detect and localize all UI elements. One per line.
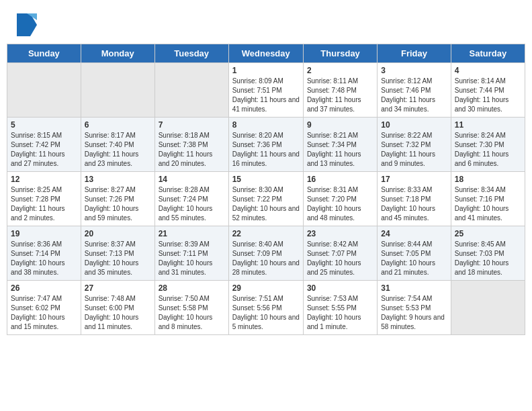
day-number: 23 [307,229,373,238]
day-number: 12 [11,175,77,184]
day-detail: Sunrise: 8:15 AM Sunset: 7:42 PM Dayligh… [11,131,77,169]
calendar-cell [81,63,154,118]
day-number: 17 [381,175,447,184]
calendar-cell: 13Sunrise: 8:27 AM Sunset: 7:26 PM Dayli… [81,172,154,226]
day-header-saturday: Saturday [451,44,525,63]
day-number: 26 [11,283,77,293]
day-header-friday: Friday [378,44,451,63]
calendar-cell: 17Sunrise: 8:33 AM Sunset: 7:18 PM Dayli… [378,172,451,226]
day-detail: Sunrise: 8:36 AM Sunset: 7:14 PM Dayligh… [11,240,77,277]
day-detail: Sunrise: 8:12 AM Sunset: 7:46 PM Dayligh… [381,77,447,114]
day-detail: Sunrise: 8:20 AM Sunset: 7:36 PM Dayligh… [232,131,300,169]
calendar-cell: 2Sunrise: 8:11 AM Sunset: 7:48 PM Daylig… [303,63,377,118]
day-detail: Sunrise: 8:27 AM Sunset: 7:26 PM Dayligh… [85,185,151,223]
calendar-cell: 26Sunrise: 7:47 AM Sunset: 6:02 PM Dayli… [7,281,81,335]
day-detail: Sunrise: 8:18 AM Sunset: 7:38 PM Dayligh… [159,131,225,169]
day-detail: Sunrise: 8:25 AM Sunset: 7:28 PM Dayligh… [11,185,77,223]
day-number: 1 [232,66,300,75]
day-number: 15 [232,175,300,184]
day-detail: Sunrise: 7:50 AM Sunset: 5:58 PM Dayligh… [159,294,225,332]
day-header-thursday: Thursday [303,44,377,63]
day-detail: Sunrise: 8:39 AM Sunset: 7:11 PM Dayligh… [159,240,225,277]
calendar-week-3: 12Sunrise: 8:25 AM Sunset: 7:28 PM Dayli… [7,172,525,226]
calendar-cell: 29Sunrise: 7:51 AM Sunset: 5:56 PM Dayli… [228,281,303,335]
day-number: 10 [381,120,447,130]
calendar-cell: 30Sunrise: 7:53 AM Sunset: 5:55 PM Dayli… [303,281,377,335]
day-detail: Sunrise: 8:42 AM Sunset: 7:07 PM Dayligh… [307,240,373,277]
day-number: 13 [85,175,151,184]
calendar-cell: 20Sunrise: 8:37 AM Sunset: 7:13 PM Dayli… [81,226,154,281]
day-header-monday: Monday [81,44,154,63]
calendar-cell: 6Sunrise: 8:17 AM Sunset: 7:40 PM Daylig… [81,118,154,172]
day-number: 8 [232,120,300,130]
logo-icon [17,13,37,37]
day-header-sunday: Sunday [7,44,81,63]
page-header [7,7,525,40]
day-number: 7 [159,120,225,130]
day-detail: Sunrise: 8:21 AM Sunset: 7:34 PM Dayligh… [307,131,373,169]
calendar-cell: 8Sunrise: 8:20 AM Sunset: 7:36 PM Daylig… [228,118,303,172]
calendar-cell: 14Sunrise: 8:28 AM Sunset: 7:24 PM Dayli… [154,172,228,226]
day-number: 21 [159,229,225,238]
calendar-table: SundayMondayTuesdayWednesdayThursdayFrid… [7,44,525,335]
day-number: 19 [11,229,77,238]
day-detail: Sunrise: 8:33 AM Sunset: 7:18 PM Dayligh… [381,185,447,223]
calendar-header-row: SundayMondayTuesdayWednesdayThursdayFrid… [7,44,525,63]
day-number: 27 [85,283,151,293]
calendar-cell [154,63,228,118]
day-number: 28 [159,283,225,293]
calendar-cell: 23Sunrise: 8:42 AM Sunset: 7:07 PM Dayli… [303,226,377,281]
day-detail: Sunrise: 8:34 AM Sunset: 7:16 PM Dayligh… [455,185,521,223]
day-detail: Sunrise: 8:45 AM Sunset: 7:03 PM Dayligh… [455,240,521,277]
day-number: 9 [307,120,373,130]
calendar-cell: 7Sunrise: 8:18 AM Sunset: 7:38 PM Daylig… [154,118,228,172]
calendar-cell: 16Sunrise: 8:31 AM Sunset: 7:20 PM Dayli… [303,172,377,226]
calendar-cell: 11Sunrise: 8:24 AM Sunset: 7:30 PM Dayli… [451,118,525,172]
day-detail: Sunrise: 8:31 AM Sunset: 7:20 PM Dayligh… [307,185,373,223]
day-number: 31 [381,283,447,293]
calendar-cell: 15Sunrise: 8:30 AM Sunset: 7:22 PM Dayli… [228,172,303,226]
day-number: 3 [381,66,447,75]
day-number: 2 [307,66,373,75]
day-detail: Sunrise: 8:24 AM Sunset: 7:30 PM Dayligh… [455,131,521,169]
day-detail: Sunrise: 8:40 AM Sunset: 7:09 PM Dayligh… [232,240,300,277]
calendar-cell [451,281,525,335]
day-number: 11 [455,120,521,130]
day-detail: Sunrise: 8:22 AM Sunset: 7:32 PM Dayligh… [381,131,447,169]
day-number: 5 [11,120,77,130]
day-number: 29 [232,283,300,293]
day-detail: Sunrise: 8:28 AM Sunset: 7:24 PM Dayligh… [159,185,225,223]
calendar-cell: 28Sunrise: 7:50 AM Sunset: 5:58 PM Dayli… [154,281,228,335]
day-detail: Sunrise: 7:54 AM Sunset: 5:53 PM Dayligh… [381,294,447,332]
calendar-cell: 18Sunrise: 8:34 AM Sunset: 7:16 PM Dayli… [451,172,525,226]
day-number: 18 [455,175,521,184]
calendar-cell [7,63,81,118]
calendar-cell: 12Sunrise: 8:25 AM Sunset: 7:28 PM Dayli… [7,172,81,226]
logo [17,13,39,37]
day-header-tuesday: Tuesday [154,44,228,63]
calendar-week-5: 26Sunrise: 7:47 AM Sunset: 6:02 PM Dayli… [7,281,525,335]
calendar-cell: 21Sunrise: 8:39 AM Sunset: 7:11 PM Dayli… [154,226,228,281]
day-detail: Sunrise: 7:47 AM Sunset: 6:02 PM Dayligh… [11,294,77,332]
day-detail: Sunrise: 8:11 AM Sunset: 7:48 PM Dayligh… [307,77,373,114]
calendar-cell: 1Sunrise: 8:09 AM Sunset: 7:51 PM Daylig… [228,63,303,118]
day-detail: Sunrise: 7:48 AM Sunset: 6:00 PM Dayligh… [85,294,151,332]
day-detail: Sunrise: 8:14 AM Sunset: 7:44 PM Dayligh… [455,77,521,114]
day-detail: Sunrise: 8:30 AM Sunset: 7:22 PM Dayligh… [232,185,300,223]
calendar-cell: 3Sunrise: 8:12 AM Sunset: 7:46 PM Daylig… [378,63,451,118]
calendar-cell: 5Sunrise: 8:15 AM Sunset: 7:42 PM Daylig… [7,118,81,172]
day-detail: Sunrise: 8:44 AM Sunset: 7:05 PM Dayligh… [381,240,447,277]
day-detail: Sunrise: 7:53 AM Sunset: 5:55 PM Dayligh… [307,294,373,332]
day-number: 20 [85,229,151,238]
calendar-cell: 9Sunrise: 8:21 AM Sunset: 7:34 PM Daylig… [303,118,377,172]
day-detail: Sunrise: 7:51 AM Sunset: 5:56 PM Dayligh… [232,294,300,332]
day-number: 16 [307,175,373,184]
calendar-cell: 22Sunrise: 8:40 AM Sunset: 7:09 PM Dayli… [228,226,303,281]
day-detail: Sunrise: 8:09 AM Sunset: 7:51 PM Dayligh… [232,77,300,114]
calendar-cell: 25Sunrise: 8:45 AM Sunset: 7:03 PM Dayli… [451,226,525,281]
calendar-cell: 31Sunrise: 7:54 AM Sunset: 5:53 PM Dayli… [378,281,451,335]
day-number: 30 [307,283,373,293]
calendar-week-2: 5Sunrise: 8:15 AM Sunset: 7:42 PM Daylig… [7,118,525,172]
day-detail: Sunrise: 8:17 AM Sunset: 7:40 PM Dayligh… [85,131,151,169]
calendar-cell: 27Sunrise: 7:48 AM Sunset: 6:00 PM Dayli… [81,281,154,335]
